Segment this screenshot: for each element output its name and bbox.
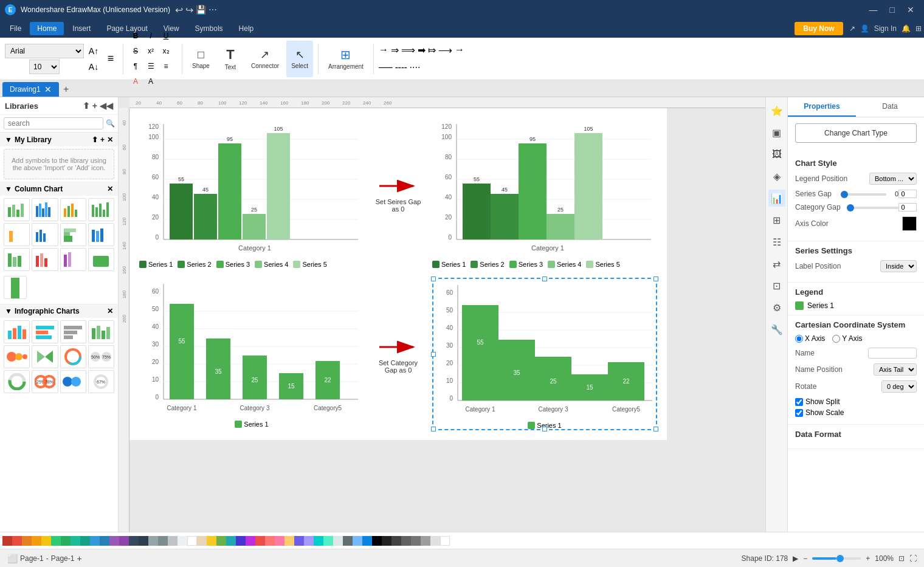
share-icon[interactable]: ↗ xyxy=(849,24,855,33)
color-6[interactable] xyxy=(51,536,61,546)
color-32[interactable] xyxy=(304,536,314,546)
infographic-5[interactable] xyxy=(4,345,30,368)
infographic-7[interactable] xyxy=(60,345,86,368)
zoom-out-icon[interactable]: − xyxy=(803,554,807,563)
arrow-style-4[interactable]: ➡ xyxy=(418,44,426,56)
handle-ml[interactable] xyxy=(431,352,436,357)
column-chart-close[interactable]: ✕ xyxy=(107,185,113,193)
arrow-line-style[interactable]: ── xyxy=(379,62,393,74)
fit-icon[interactable]: ⊡ xyxy=(898,554,905,563)
color-36[interactable] xyxy=(343,536,353,546)
icon-bar-chart[interactable]: 📊 xyxy=(768,190,785,207)
show-split-checkbox[interactable] xyxy=(795,398,803,406)
page-icon[interactable]: ⬜ xyxy=(7,554,18,563)
menu-file[interactable]: File xyxy=(2,22,29,35)
select-tool[interactable]: ↖ Select xyxy=(286,41,313,77)
color-41[interactable] xyxy=(391,536,401,546)
arrow-dash-style[interactable]: ╌╌ xyxy=(395,62,407,74)
minimize-btn[interactable]: — xyxy=(864,5,883,15)
underline-btn[interactable]: U xyxy=(159,29,173,43)
series-gap-track[interactable] xyxy=(841,193,886,196)
arrow-style-2[interactable]: ⇒ xyxy=(391,44,399,56)
infographic-2[interactable] xyxy=(32,320,58,343)
account-icon[interactable]: 👤 xyxy=(860,24,869,33)
my-library-close[interactable]: ✕ xyxy=(107,136,113,144)
color-31[interactable] xyxy=(294,536,304,546)
legend-color-swatch[interactable] xyxy=(795,301,804,310)
handle-tr[interactable] xyxy=(653,277,658,281)
color-29[interactable] xyxy=(275,536,284,546)
chart-thumb-11[interactable] xyxy=(60,248,86,271)
subscript-btn[interactable]: x₂ xyxy=(159,44,173,58)
page-name[interactable]: Page-1 xyxy=(51,554,75,563)
color-8[interactable] xyxy=(71,536,80,546)
bold-btn[interactable]: B xyxy=(128,29,143,43)
arrow-style-1[interactable]: → xyxy=(379,44,388,56)
text-tool[interactable]: T Text xyxy=(217,41,244,77)
search-icon[interactable]: 🔍 xyxy=(106,119,115,128)
tab-data[interactable]: Data xyxy=(856,97,924,117)
chart-thumb-12[interactable] xyxy=(88,248,114,271)
x-axis-radio[interactable]: X Axis xyxy=(795,334,825,343)
search-input[interactable] xyxy=(4,117,103,129)
change-chart-button[interactable]: Change Chart Type xyxy=(795,123,917,143)
grid-icon[interactable]: ⊞ xyxy=(915,24,922,33)
color-18[interactable] xyxy=(168,536,178,546)
my-library-add[interactable]: + xyxy=(100,136,105,144)
icon-bar-2[interactable]: ▣ xyxy=(768,124,785,141)
align-btn[interactable]: ≡ xyxy=(103,52,118,66)
zoom-thumb[interactable] xyxy=(836,555,844,562)
play-icon[interactable]: ▶ xyxy=(793,554,798,563)
arrow-style-3[interactable]: ⟹ xyxy=(401,44,415,56)
category-gap-input[interactable] xyxy=(898,203,917,211)
color-11[interactable] xyxy=(100,536,109,546)
icon-bar-4[interactable]: ◈ xyxy=(768,168,785,185)
chart-thumb-9[interactable] xyxy=(4,248,30,271)
decrease-font-btn[interactable]: A↓ xyxy=(86,60,101,74)
align-text-btn[interactable]: ≡ xyxy=(159,59,173,74)
chart-thumb-4[interactable] xyxy=(88,198,114,221)
color-28[interactable] xyxy=(265,536,275,546)
legend-position-select[interactable]: Bottom ... xyxy=(869,173,917,185)
tab-properties[interactable]: Properties xyxy=(788,97,856,117)
arrow-style-5[interactable]: ⤇ xyxy=(428,44,436,56)
color-3[interactable] xyxy=(22,536,32,546)
color-7[interactable] xyxy=(61,536,71,546)
color-27[interactable] xyxy=(255,536,265,546)
maximize-btn[interactable]: □ xyxy=(885,5,900,15)
color-37[interactable] xyxy=(353,536,362,546)
color-19[interactable] xyxy=(178,536,187,546)
color-22[interactable] xyxy=(207,536,216,546)
my-library-import[interactable]: ⬆ xyxy=(92,136,98,144)
chart-top-right[interactable]: 0 20 40 60 80 100 120 55 xyxy=(432,118,657,268)
color-23[interactable] xyxy=(216,536,226,546)
name-input[interactable] xyxy=(868,348,917,359)
arrow-style-7[interactable]: → xyxy=(455,44,464,56)
handle-tl[interactable] xyxy=(431,277,436,281)
menu-help[interactable]: Help xyxy=(232,22,261,35)
menu-insert[interactable]: Insert xyxy=(65,22,98,35)
label-position-select[interactable]: Inside xyxy=(880,260,917,272)
close-btn[interactable]: ✕ xyxy=(902,5,919,15)
infographic-4[interactable] xyxy=(88,320,114,343)
color-5[interactable] xyxy=(41,536,51,546)
fullscreen-icon[interactable]: ⛶ xyxy=(909,554,917,563)
infographic-6[interactable] xyxy=(32,345,58,368)
paragraph-btn[interactable]: ¶ xyxy=(128,59,143,74)
bell-icon[interactable]: 🔔 xyxy=(902,24,911,33)
strikethrough-btn[interactable]: S xyxy=(128,44,143,58)
handle-tm[interactable] xyxy=(542,277,547,281)
add-page-icon[interactable]: + xyxy=(77,554,81,563)
icon-bar-user[interactable]: ☷ xyxy=(768,233,785,250)
chart-thumb-6[interactable] xyxy=(32,223,58,246)
color-46[interactable] xyxy=(440,536,450,546)
redo-btn[interactable]: ↪ xyxy=(185,4,193,16)
connector-tool[interactable]: ↗ Connector xyxy=(246,41,284,77)
zoom-slider[interactable] xyxy=(812,557,861,560)
infographic-header[interactable]: ▼ Infographic Charts ✕ xyxy=(0,304,118,318)
series-gap-thumb[interactable] xyxy=(841,191,848,198)
my-library-header[interactable]: ▼ My Library ⬆ + ✕ xyxy=(0,132,118,146)
handle-bl[interactable] xyxy=(431,427,436,431)
increase-font-btn[interactable]: A↑ xyxy=(86,44,101,58)
series-gap-input[interactable] xyxy=(898,190,917,198)
